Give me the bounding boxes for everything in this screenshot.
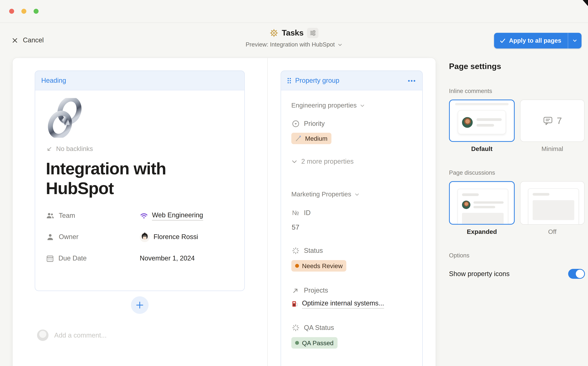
owner-property-value[interactable]: Florence Rossi	[140, 232, 198, 242]
inline-comments-option-default[interactable]	[449, 99, 515, 142]
doc-title: Tasks	[282, 28, 304, 38]
close-window-button[interactable]	[9, 9, 14, 14]
backlinks-label: No backlinks	[56, 145, 93, 153]
owner-property-label[interactable]: Owner	[46, 233, 140, 242]
team-property-value[interactable]: Web Engineering	[140, 211, 203, 220]
qa-status-value-chip[interactable]: QA Passed	[291, 337, 337, 349]
property-projects[interactable]: Projects	[291, 286, 415, 294]
status-value-chip[interactable]: Needs Review	[291, 260, 346, 272]
sliders-icon	[309, 30, 316, 36]
team-property-label[interactable]: Team	[46, 211, 140, 220]
mini-text-line	[473, 201, 504, 204]
property-row-team: Team Web Engineering	[46, 208, 234, 223]
page-discussions-option-expanded[interactable]	[449, 181, 515, 225]
mini-content-block	[462, 213, 504, 225]
heading-block-header: Heading	[35, 71, 244, 90]
traffic-lights	[9, 9, 39, 14]
section-marketing-properties[interactable]: Marketing Properties	[291, 191, 415, 198]
avatar	[462, 201, 470, 209]
heading-block-card[interactable]: Heading	[35, 70, 245, 291]
comment-placeholder: Add a comment...	[54, 331, 107, 339]
option-label-default: Default	[449, 145, 515, 152]
column-divider	[267, 58, 267, 366]
people-icon	[46, 211, 55, 220]
fuel-pump-icon	[291, 300, 298, 308]
mini-text-line	[473, 206, 495, 208]
drag-handle-icon[interactable]	[287, 77, 291, 84]
spinner-icon	[291, 324, 300, 332]
section-engineering-properties[interactable]: Engineering properties	[291, 102, 415, 109]
mini-title-bar	[462, 193, 479, 196]
calendar-icon	[46, 254, 54, 263]
layout-options-button[interactable]	[307, 28, 319, 38]
spinner-icon	[291, 247, 300, 255]
heading-block-body: No backlinks Integration with HubSpot	[35, 90, 244, 266]
backlinks-indicator[interactable]: No backlinks	[46, 145, 234, 153]
page-discussions-label: Page discussions	[449, 169, 585, 176]
status-dot	[295, 264, 299, 268]
wifi-icon	[140, 212, 148, 220]
mini-text-line	[477, 118, 502, 121]
options-label: Options	[449, 252, 585, 259]
mini-page-preview	[528, 188, 579, 225]
zoom-window-button[interactable]	[33, 9, 39, 14]
apply-to-all-pages-split-button: Apply to all pages	[494, 33, 581, 48]
heading-block-label: Heading	[41, 76, 66, 84]
avatar	[37, 329, 48, 341]
show-property-icons-label: Show property icons	[449, 270, 568, 278]
mouse-cursor	[583, 0, 588, 6]
apply-to-all-pages-button[interactable]: Apply to all pages	[494, 33, 568, 48]
mini-comment-preview	[458, 110, 506, 134]
preview-selector[interactable]: Preview: Integration with HubSpot	[246, 41, 342, 48]
app-window: Cancel Tasks	[0, 0, 588, 366]
option-label-minimal: Minimal	[520, 145, 584, 152]
property-group-body: Engineering properties Priority	[281, 102, 422, 349]
mini-page-preview	[457, 189, 508, 225]
apply-label: Apply to all pages	[509, 37, 561, 44]
id-value[interactable]: 57	[292, 223, 415, 231]
property-group-header: Property group •••	[281, 71, 422, 90]
priority-value-chip[interactable]: Medium	[291, 133, 331, 144]
inline-comments-option-minimal[interactable]: 7	[520, 99, 584, 142]
due-date-property-label[interactable]: Due Date	[46, 254, 140, 263]
qa-status-dot	[295, 341, 299, 345]
property-priority[interactable]: Priority	[291, 120, 415, 128]
comment-composer[interactable]: Add a comment...	[37, 329, 107, 341]
option-label-expanded: Expanded	[449, 228, 515, 235]
property-group-label: Property group	[295, 76, 339, 84]
mini-text-line	[477, 124, 494, 126]
arrow-up-right-icon	[291, 287, 300, 294]
show-property-icons-toggle[interactable]	[568, 269, 585, 279]
property-status[interactable]: Status	[291, 247, 415, 255]
comment-count: 7	[557, 115, 562, 126]
chevron-down-icon	[337, 42, 342, 47]
add-block-button[interactable]	[131, 296, 149, 314]
minimize-window-button[interactable]	[21, 9, 26, 14]
checkmark-icon	[500, 38, 505, 43]
property-row-due-date: Due Date November 1, 2024	[46, 251, 234, 266]
page-preview-panel: Heading	[13, 58, 436, 366]
page-settings-title: Page settings	[449, 62, 585, 71]
chevron-down-icon	[572, 38, 577, 43]
page-discussions-option-off[interactable]	[520, 181, 584, 225]
window-titlebar	[0, 0, 588, 23]
inline-comments-label: Inline comments	[449, 88, 585, 95]
page-title[interactable]: Integration with HubSpot	[46, 159, 214, 198]
page-emoji-linked-rings-icon	[46, 98, 234, 138]
preview-label: Preview: Integration with HubSpot	[246, 41, 335, 48]
page-properties: Team Web Engineering	[46, 208, 234, 266]
person-icon	[46, 233, 55, 242]
property-row-owner: Owner	[46, 229, 234, 245]
more-properties-toggle[interactable]: 2 more properties	[291, 158, 415, 166]
chevron-down-icon	[354, 192, 360, 197]
comment-bubble-icon	[543, 115, 553, 126]
projects-value-link[interactable]: Optimize internal systems...	[291, 299, 415, 308]
property-qa-status[interactable]: QA Status	[291, 324, 415, 332]
avatar	[462, 117, 473, 128]
more-options-icon[interactable]: •••	[408, 77, 416, 83]
due-date-property-value[interactable]: November 1, 2024	[140, 254, 195, 262]
mini-text-line	[455, 103, 509, 105]
property-id[interactable]: № ID	[291, 209, 415, 217]
apply-dropdown-button[interactable]	[568, 33, 581, 48]
property-group-block-card[interactable]: Property group ••• Engineering propertie…	[281, 70, 423, 366]
